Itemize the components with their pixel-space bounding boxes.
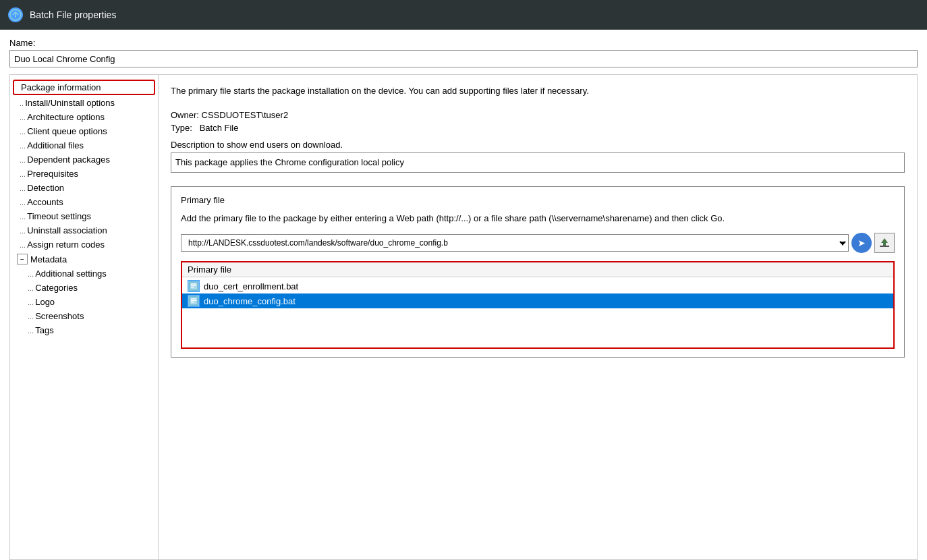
nav-item-dependent-packages[interactable]: ... Dependent packages — [10, 152, 158, 167]
nav-dots: ... — [20, 241, 26, 249]
owner-value: CSSDUOTEST\tuser2 — [202, 110, 289, 120]
tree-collapse-icon[interactable]: − — [17, 254, 28, 264]
nav-dots: ... — [28, 270, 34, 278]
primary-file-section: Primary file Add the primary file to the… — [171, 186, 905, 358]
nav-dots: ... — [20, 113, 26, 121]
nav-item-timeout[interactable]: ... Timeout settings — [10, 209, 158, 223]
nav-item-label: Prerequisites — [27, 169, 78, 179]
url-select-wrapper: http://LANDESK.cssduotest.com/landesk/so… — [181, 234, 849, 252]
nav-item-label: Additional files — [27, 140, 84, 150]
nav-item-install-uninstall[interactable]: .. Install/Uninstall options — [10, 96, 158, 110]
nav-item-logo[interactable]: ... Logo — [28, 295, 158, 309]
nav-item-categories[interactable]: ... Categories — [28, 281, 158, 295]
nav-item-uninstall[interactable]: ... Uninstall association — [10, 223, 158, 237]
nav-dots: ... — [28, 298, 34, 306]
left-nav: Package information .. Install/Uninstall… — [10, 75, 159, 559]
nav-dots: ... — [20, 128, 26, 136]
tree-children: ... Additional settings ... Categories .… — [10, 267, 158, 337]
file-item[interactable]: duo_cert_enrollment.bat — [182, 279, 893, 293]
file-list-header-label: Primary file — [188, 264, 231, 275]
primary-file-description: Add the primary file to the package by e… — [181, 212, 895, 225]
owner-label: Owner: — [171, 110, 199, 120]
owner-row: Owner: CSSDUOTEST\tuser2 — [171, 110, 905, 120]
file-list-body: duo_cert_enrollment.bat — [182, 277, 893, 310]
nav-item-additional-settings[interactable]: ... Additional settings — [28, 267, 158, 281]
nav-item-label: Install/Uninstall options — [25, 98, 115, 108]
nav-dots: ... — [20, 170, 26, 178]
svg-rect-2 — [880, 246, 889, 247]
nav-item-label: Uninstall association — [27, 225, 107, 235]
right-content: The primary file starts the package inst… — [159, 75, 917, 559]
nav-item-assign-return[interactable]: ... Assign return codes — [10, 237, 158, 252]
file-item[interactable]: duo_chrome_config.bat — [182, 293, 893, 308]
nav-item-label: Accounts — [27, 197, 63, 207]
nav-dots: .. — [20, 99, 24, 107]
svg-marker-3 — [881, 238, 888, 246]
file-icon — [188, 295, 200, 307]
nav-item-tags[interactable]: ... Tags — [28, 323, 158, 337]
nav-item-label: Architecture options — [27, 112, 105, 122]
file-icon — [188, 280, 200, 292]
nav-item-accounts[interactable]: ... Accounts — [10, 195, 158, 209]
nav-dots: ... — [20, 142, 26, 150]
name-input[interactable] — [9, 50, 918, 67]
nav-item-additional-files[interactable]: ... Additional files — [10, 138, 158, 152]
nav-dots: ... — [20, 227, 26, 235]
tree-metadata[interactable]: − Metadata — [10, 252, 158, 267]
nav-item-label: Detection — [27, 183, 64, 193]
tree-metadata-label: Metadata — [30, 254, 67, 264]
nav-item-label: Timeout settings — [27, 211, 91, 221]
nav-dots: ... — [20, 198, 26, 206]
go-arrow-icon: ➤ — [858, 237, 866, 248]
description-field-label: Description to show end users on downloa… — [171, 140, 905, 150]
type-label: Type: — [171, 123, 192, 133]
upload-icon — [878, 237, 891, 249]
nav-item-client-queue[interactable]: ... Client queue options — [10, 124, 158, 138]
nav-item-prerequisites[interactable]: ... Prerequisites — [10, 167, 158, 181]
window-title: Batch File properties — [30, 9, 116, 20]
upload-button[interactable] — [874, 233, 895, 253]
nav-item-architecture[interactable]: ... Architecture options — [10, 110, 158, 124]
name-label: Name: — [9, 38, 918, 48]
nav-dots: ... — [20, 184, 26, 192]
nav-item-screenshots[interactable]: ... Screenshots — [28, 309, 158, 323]
nav-item-label: Package information — [21, 82, 101, 92]
file-list-container: Primary file — [181, 261, 895, 349]
file-url-row: http://LANDESK.cssduotest.com/landesk/so… — [181, 233, 895, 253]
nav-item-label: Client queue options — [27, 126, 107, 136]
type-value: Batch File — [200, 123, 239, 133]
nav-dots: ... — [28, 284, 34, 292]
nav-dots: ... — [20, 156, 26, 164]
nav-dots: ... — [20, 213, 26, 221]
go-button[interactable]: ➤ — [851, 233, 872, 253]
primary-file-section-title: Primary file — [181, 195, 895, 205]
nav-item-label: Dependent packages — [27, 155, 110, 165]
nav-dots: ... — [28, 327, 34, 335]
body-layout: Package information .. Install/Uninstall… — [9, 74, 918, 560]
nav-item-label: Assign return codes — [27, 240, 105, 250]
file-list-header: Primary file — [182, 262, 893, 277]
nav-dots: ... — [28, 312, 34, 320]
nav-item-detection[interactable]: ... Detection — [10, 181, 158, 195]
main-content: Name: Package information .. Install/Uni… — [0, 30, 927, 560]
nav-item-package-information[interactable]: Package information — [13, 80, 155, 95]
file-url-select[interactable]: http://LANDESK.cssduotest.com/landesk/so… — [181, 234, 849, 252]
type-row: Type: Batch File — [171, 123, 905, 133]
description-input[interactable] — [171, 152, 905, 173]
file-name: duo_chrome_config.bat — [204, 296, 296, 306]
file-name: duo_cert_enrollment.bat — [204, 281, 298, 291]
name-section: Name: — [9, 38, 918, 67]
title-bar: Batch File properties — [0, 0, 927, 30]
intro-description: The primary file starts the package inst… — [171, 84, 905, 98]
app-icon — [8, 7, 23, 22]
